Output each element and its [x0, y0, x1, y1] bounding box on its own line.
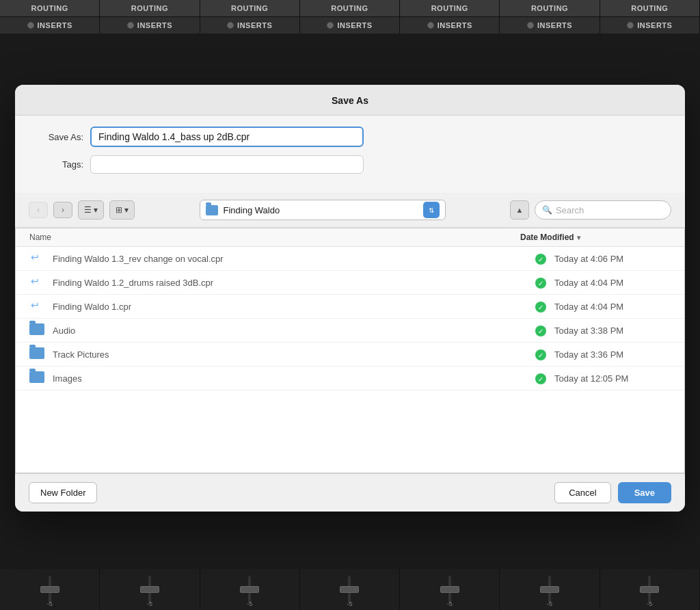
search-placeholder: Search — [556, 205, 584, 215]
search-icon: 🔍 — [542, 205, 552, 215]
dialog-body: Save As: Tags: — [15, 116, 685, 193]
folder-icon-3 — [29, 323, 44, 335]
folder-icon-wrapper-3 — [29, 323, 46, 337]
folder-icon-5 — [29, 371, 44, 383]
undo-icon-2: ↩ — [29, 300, 40, 310]
location-selector[interactable]: Finding Waldo ⇅ — [200, 200, 446, 220]
search-box[interactable]: 🔍 Search — [535, 200, 671, 220]
save-as-label: Save As: — [29, 132, 83, 142]
file-icon-2: ↩ — [29, 300, 46, 313]
file-date-1: Today at 4:04 PM — [548, 278, 671, 288]
dialog-title: Save As — [332, 95, 368, 106]
tags-row: Tags: — [29, 155, 671, 174]
file-row-3[interactable]: Audio ✓ Today at 3:38 PM — [16, 319, 684, 343]
toolbar-row: ‹ › ☰ ▾ ⊞ ▾ Finding Waldo ⇅ ▲ — [15, 193, 685, 228]
undo-icon-0: ↩ — [29, 252, 40, 263]
list-icon: ☰ — [84, 205, 92, 215]
file-date-2: Today at 4:04 PM — [548, 302, 671, 312]
dialog-titlebar: Save As — [15, 85, 685, 116]
folder-icon-wrapper-4 — [29, 347, 46, 361]
file-row-2[interactable]: ↩ Finding Waldo 1.cpr ✓ Today at 4:04 PM — [16, 295, 684, 319]
file-list-empty — [16, 390, 684, 473]
file-row-5[interactable]: Images ✓ Today at 12:05 PM — [16, 367, 684, 390]
tags-label: Tags: — [29, 159, 83, 170]
file-date-4: Today at 3:36 PM — [548, 349, 671, 360]
column-date-modified: Date Modified ▾ — [520, 233, 671, 242]
forward-button[interactable]: › — [53, 202, 72, 218]
tags-input[interactable] — [90, 155, 364, 174]
list-view-dropdown-arrow: ▾ — [94, 205, 98, 215]
file-row-4[interactable]: Track Pictures ✓ Today at 3:36 PM — [16, 343, 684, 367]
dialog-footer: New Folder Cancel Save — [15, 473, 685, 512]
check-icon-4: ✓ — [535, 349, 546, 360]
file-row-0[interactable]: ↩ Finding Waldo 1.3_rev change on vocal.… — [16, 247, 684, 271]
expand-button[interactable]: ▲ — [510, 200, 529, 220]
location-folder-icon — [206, 205, 218, 215]
file-date-0: Today at 4:06 PM — [548, 254, 671, 264]
sort-arrow-icon: ▾ — [577, 234, 580, 241]
file-status-4: ✓ — [534, 348, 548, 361]
file-name-3: Audio — [53, 326, 534, 336]
file-icon-1: ↩ — [29, 276, 46, 289]
save-as-dialog: Save As Save As: Tags: ‹ › ☰ ▾ — [15, 85, 685, 512]
undo-icon-1: ↩ — [29, 276, 40, 287]
file-status-5: ✓ — [534, 372, 548, 385]
expand-icon: ▲ — [516, 206, 524, 214]
file-name-0: Finding Waldo 1.3_rev change on vocal.cp… — [53, 254, 534, 264]
check-icon-2: ✓ — [535, 302, 546, 313]
back-button[interactable]: ‹ — [29, 202, 48, 218]
save-as-row: Save As: — [29, 127, 671, 147]
check-icon-0: ✓ — [535, 254, 546, 265]
cancel-button[interactable]: Cancel — [554, 482, 610, 503]
file-date-5: Today at 12:05 PM — [548, 373, 671, 384]
file-name-2: Finding Waldo 1.cpr — [53, 302, 534, 312]
save-button[interactable]: Save — [618, 482, 671, 503]
grid-view-dropdown-arrow: ▾ — [124, 205, 129, 215]
file-status-3: ✓ — [534, 324, 548, 337]
footer-right-buttons: Cancel Save — [554, 482, 671, 503]
file-icon-0: ↩ — [29, 252, 46, 265]
grid-icon: ⊞ — [116, 205, 122, 215]
file-row-1[interactable]: ↩ Finding Waldo 1.2_drums raised 3dB.cpr… — [16, 271, 684, 295]
filename-input[interactable] — [90, 127, 364, 147]
column-name: Name — [29, 233, 520, 242]
file-name-1: Finding Waldo 1.2_drums raised 3dB.cpr — [53, 278, 534, 288]
file-status-2: ✓ — [534, 300, 548, 313]
file-date-3: Today at 3:38 PM — [548, 326, 671, 336]
modal-overlay: Save As Save As: Tags: ‹ › ☰ ▾ — [0, 0, 700, 610]
folder-icon-4 — [29, 347, 44, 359]
file-status-1: ✓ — [534, 276, 548, 289]
folder-icon-wrapper-5 — [29, 371, 46, 385]
location-dropdown-button[interactable]: ⇅ — [423, 202, 440, 218]
new-folder-button[interactable]: New Folder — [29, 482, 97, 503]
check-icon-5: ✓ — [535, 373, 546, 384]
file-list-container: Name Date Modified ▾ ↩ Finding Waldo 1.3… — [15, 228, 685, 473]
file-status-0: ✓ — [534, 252, 548, 265]
file-name-5: Images — [53, 373, 534, 384]
file-list-header: Name Date Modified ▾ — [16, 228, 684, 247]
list-view-button[interactable]: ☰ ▾ — [78, 200, 104, 220]
file-name-4: Track Pictures — [53, 349, 534, 360]
check-icon-1: ✓ — [535, 278, 546, 289]
grid-view-button[interactable]: ⊞ ▾ — [109, 200, 135, 220]
check-icon-3: ✓ — [535, 326, 546, 336]
location-dropdown-icon: ⇅ — [429, 207, 434, 214]
location-name: Finding Waldo — [224, 205, 418, 215]
